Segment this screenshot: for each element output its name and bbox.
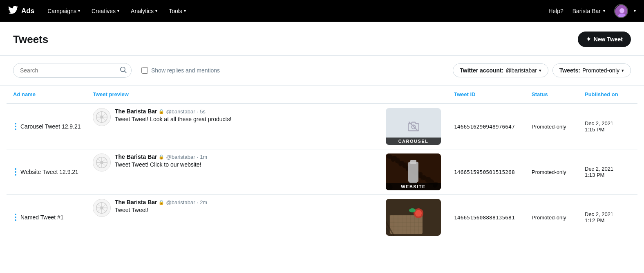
svg-rect-66 (408, 162, 418, 182)
campaigns-chevron-icon: ▾ (78, 9, 80, 13)
svg-point-1 (619, 8, 624, 13)
nav-creatives[interactable]: Creatives ▾ (87, 5, 124, 17)
row-menu-icon[interactable] (13, 167, 18, 176)
page-header: Tweets ✦ New Tweet (0, 22, 644, 56)
tweet-preview-cell: The Barista Bar 🔒 @baristabar · 2m Tweet… (86, 195, 447, 240)
status-text: Promoted-only (532, 124, 566, 130)
table-row: Website Tweet 12.9.21 (7, 149, 637, 195)
analytics-chevron-icon: ▾ (155, 9, 157, 13)
nav-campaigns[interactable]: Campaigns ▾ (42, 5, 85, 17)
lock-icon: 🔒 (159, 154, 164, 160)
tweet-preview-cell: The Barista Bar 🔒 @baristabar · 5s Tweet… (86, 104, 447, 149)
tweet-media-carousel: CAROUSEL (386, 108, 441, 145)
adname-cell: Website Tweet 12.9.21 (7, 149, 86, 195)
tweets-value: Promoted-only (582, 67, 619, 74)
published-cell: Dec 2, 2021 1:13 PM (578, 149, 637, 195)
tweet-avatar (93, 199, 111, 217)
tweet-id: 1466516290948976647 (454, 124, 515, 130)
tweet-preview-cell: The Barista Bar 🔒 @baristabar · 1m Tweet… (86, 149, 447, 195)
new-tweet-button[interactable]: ✦ New Tweet (578, 32, 631, 47)
status-cell: Promoted-only (525, 104, 578, 149)
tweet-content: The Barista Bar 🔒 @baristabar · 2m Tweet… (115, 199, 378, 214)
tweet-avatar (93, 108, 111, 126)
account-expand-chevron-icon[interactable]: ▾ (634, 9, 636, 13)
ad-name-text: Website Tweet 12.9.21 (20, 169, 78, 175)
tweet-content: The Barista Bar 🔒 @baristabar · 1m Tweet… (115, 153, 378, 168)
twitter-account-dropdown[interactable]: Twitter account: @baristabar ▾ (453, 63, 548, 77)
lock-icon: 🔒 (159, 200, 164, 205)
published-cell: Dec 2, 2021 1:12 PM (578, 195, 637, 240)
svg-point-69 (15, 214, 16, 215)
show-replies-checkbox-label[interactable]: Show replies and mentions (141, 67, 220, 74)
tweets-filter-dropdown[interactable]: Tweets: Promoted-only ▾ (552, 63, 631, 77)
tweet-author: The Barista Bar (115, 199, 157, 205)
topnav-right: Help? Barista Bar ▾ ▾ (548, 4, 636, 18)
published-date: Dec 2, 2021 (585, 211, 631, 217)
tweet-dot-separator: · (197, 108, 199, 115)
col-header-adname: Ad name (7, 86, 86, 104)
svg-point-17 (15, 174, 16, 176)
table-container: Ad name Tweet preview Tweet ID Status Pu… (0, 86, 644, 240)
published-time: 1:15 PM (585, 126, 631, 133)
tweet-text: Tweet Tweet! Look at all these great pro… (115, 116, 231, 122)
svg-point-16 (15, 171, 16, 173)
row-menu-icon[interactable] (13, 122, 18, 131)
help-link[interactable]: Help? (548, 8, 564, 14)
account-button[interactable]: Barista Bar ▾ (569, 6, 608, 16)
tweet-id-cell: 1466515950501515268 (447, 149, 525, 195)
col-header-tweetid: Tweet ID (447, 86, 525, 104)
tweet-author: The Barista Bar (115, 108, 157, 115)
tweet-media-website: WEBSITE (386, 153, 441, 190)
svg-point-95 (415, 210, 422, 217)
tools-chevron-icon: ▾ (184, 9, 186, 13)
published-cell: Dec 2, 2021 1:15 PM (578, 104, 637, 149)
show-replies-checkbox[interactable] (141, 67, 148, 74)
carousel-badge: CAROUSEL (386, 138, 441, 145)
status-cell: Promoted-only (525, 149, 578, 195)
col-header-status: Status (525, 86, 578, 104)
search-icon-button[interactable] (120, 67, 127, 74)
adname-cell: Carousel Tweet 12.9.21 (7, 104, 86, 149)
svg-point-65 (391, 156, 397, 160)
tweet-author-line: The Barista Bar 🔒 @baristabar · 2m (115, 199, 378, 205)
new-tweet-label: New Tweet (594, 36, 623, 43)
brand[interactable]: Ads (8, 5, 34, 17)
nav-creatives-label: Creatives (92, 8, 116, 14)
table-header-row: Ad name Tweet preview Tweet ID Status Pu… (7, 86, 637, 104)
tweet-content: The Barista Bar 🔒 @baristabar · 5s Tweet… (115, 108, 378, 123)
adname-cell: Named Tweet #1 (7, 195, 86, 240)
tweet-id: 1466515608888135681 (454, 214, 515, 221)
slash-camera-icon (408, 121, 419, 132)
nav-campaigns-label: Campaigns (47, 8, 76, 14)
twitter-account-value: @baristabar (505, 67, 537, 74)
tweet-dot-separator: · (197, 154, 199, 160)
svg-point-70 (15, 217, 16, 218)
nav-tools-label: Tools (169, 8, 182, 14)
twitter-account-chevron-icon: ▾ (539, 68, 541, 73)
tweet-dot-separator: · (197, 199, 199, 205)
avatar[interactable] (614, 4, 628, 18)
account-chevron-icon: ▾ (603, 9, 605, 13)
tweet-id-cell: 1466515608888135681 (447, 195, 525, 240)
search-input[interactable] (13, 63, 132, 78)
show-replies-label: Show replies and mentions (151, 67, 220, 74)
tweets-label: Tweets: (559, 67, 580, 74)
tweet-author-line: The Barista Bar 🔒 @baristabar · 1m (115, 153, 378, 160)
creatives-chevron-icon: ▾ (117, 9, 119, 13)
table-row: Carousel Tweet 12.9.21 (7, 104, 637, 149)
tweet-time: 2m (200, 199, 207, 205)
svg-point-96 (409, 208, 416, 212)
page-title: Tweets (13, 33, 48, 46)
published-date: Dec 2, 2021 (585, 166, 631, 172)
nav-tools[interactable]: Tools ▾ (164, 5, 191, 17)
status-cell: Promoted-only (525, 195, 578, 240)
tweet-handle: @baristabar (166, 154, 195, 160)
nav-analytics[interactable]: Analytics ▾ (126, 5, 162, 17)
row-menu-icon[interactable] (13, 213, 18, 222)
top-nav: Ads Campaigns ▾ Creatives ▾ Analytics ▾ … (0, 0, 644, 22)
status-text: Promoted-only (532, 169, 566, 175)
ads-label: Ads (21, 7, 34, 15)
tweet-id-cell: 1466516290948976647 (447, 104, 525, 149)
website-badge: WEBSITE (386, 183, 441, 190)
svg-point-71 (15, 219, 16, 221)
